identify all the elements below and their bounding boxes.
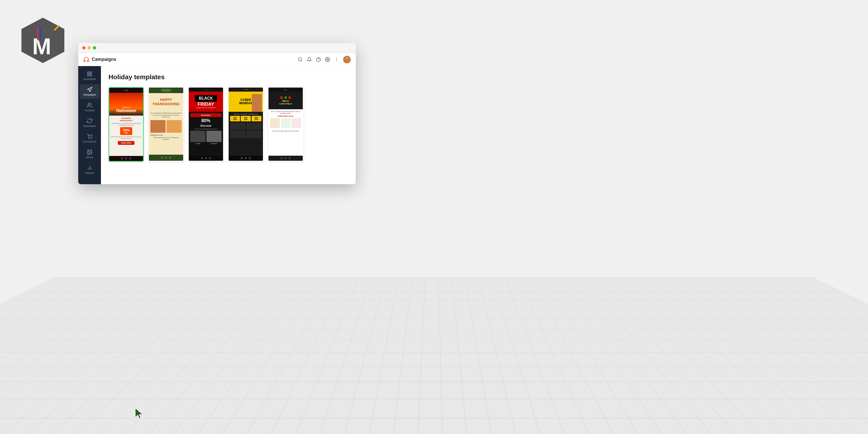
sidebar-item-library[interactable]: Library bbox=[80, 147, 100, 161]
svg-point-4 bbox=[28, 37, 30, 39]
help-icon[interactable] bbox=[316, 57, 321, 62]
browser-chrome bbox=[78, 43, 356, 53]
more-icon[interactable] bbox=[334, 57, 339, 62]
browser-window: Campaigns bbox=[78, 43, 356, 184]
browser-close-dot[interactable] bbox=[82, 46, 86, 50]
svg-rect-21 bbox=[88, 72, 89, 73]
svg-point-16 bbox=[336, 58, 337, 58]
floor-grid bbox=[0, 278, 868, 434]
page-area: Holiday templates Logo Happy Halloween bbox=[101, 66, 356, 184]
svg-rect-24 bbox=[90, 74, 92, 76]
section-title: Holiday templates bbox=[108, 73, 348, 81]
bell-icon[interactable] bbox=[307, 57, 312, 62]
template-blackfriday-preview: on media BLACK FRIDAY BIGGEST SALE OF TH… bbox=[189, 88, 223, 161]
settings-icon[interactable] bbox=[325, 57, 330, 62]
top-bar-right bbox=[298, 56, 351, 63]
sidebar-item-dashboard[interactable]: Dashboard bbox=[80, 69, 100, 83]
main-content: Dashboard Campaigns Contacts bbox=[78, 66, 356, 184]
sidebar-item-automation[interactable]: Automation bbox=[80, 116, 100, 130]
sidebar-library-label: Library bbox=[86, 156, 94, 159]
sidebar-item-ecommerce[interactable]: Ecommerce bbox=[80, 131, 100, 146]
browser-maximize-dot[interactable] bbox=[93, 46, 96, 50]
templates-row: Logo Happy Halloween Devilishlydaring de… bbox=[108, 87, 348, 162]
top-bar-left: Campaigns bbox=[83, 57, 116, 63]
svg-point-11 bbox=[299, 58, 302, 61]
svg-point-15 bbox=[327, 59, 328, 60]
sidebar-ecommerce-label: Ecommerce bbox=[83, 140, 96, 143]
sidebar: Dashboard Campaigns Contacts bbox=[78, 66, 101, 184]
template-card-blackfriday[interactable]: on media BLACK FRIDAY BIGGEST SALE OF TH… bbox=[188, 87, 223, 161]
chart-icon bbox=[87, 165, 92, 170]
browser-minimize-dot[interactable] bbox=[88, 46, 91, 50]
template-cybermonday-preview: LOGO CYBERMONDAY Electronics and apparel… bbox=[228, 88, 263, 161]
svg-point-26 bbox=[89, 138, 89, 139]
sidebar-campaigns-label: Campaigns bbox=[83, 93, 96, 96]
template-thanksgiving-preview: HAPPYTHANKSGIVING We're sending all our … bbox=[149, 88, 183, 161]
svg-point-17 bbox=[336, 59, 337, 60]
sidebar-dashboard-label: Dashboard bbox=[84, 78, 96, 81]
svg-line-12 bbox=[301, 60, 302, 61]
sidebar-item-reports[interactable]: Reports bbox=[80, 162, 100, 177]
app-logo: M bbox=[15, 15, 71, 71]
grid-icon bbox=[87, 71, 92, 77]
template-card-thanksgiving[interactable]: HAPPYTHANKSGIVING We're sending all our … bbox=[148, 87, 184, 161]
template-card-halloween[interactable]: Logo Happy Halloween Devilishlydaring de… bbox=[108, 87, 144, 162]
sidebar-automation-label: Automation bbox=[83, 125, 96, 128]
cart-icon bbox=[87, 134, 92, 139]
svg-point-1 bbox=[28, 33, 30, 35]
sidebar-contacts-label: Contacts bbox=[85, 109, 94, 112]
svg-point-29 bbox=[88, 151, 89, 152]
users-icon bbox=[87, 102, 92, 108]
svg-rect-22 bbox=[90, 72, 92, 73]
svg-rect-23 bbox=[88, 74, 89, 76]
svg-point-25 bbox=[88, 103, 90, 105]
template-christmas-preview: logo Merry Christmas bbox=[269, 88, 303, 161]
sidebar-item-contacts[interactable]: Contacts bbox=[80, 100, 100, 115]
svg-text:M: M bbox=[32, 34, 51, 59]
svg-point-6 bbox=[28, 41, 30, 43]
svg-point-27 bbox=[91, 138, 92, 139]
template-card-christmas[interactable]: logo Merry Christmas bbox=[268, 87, 303, 161]
search-icon[interactable] bbox=[298, 57, 303, 62]
megaphone-icon bbox=[87, 87, 92, 92]
sidebar-item-campaigns[interactable]: Campaigns bbox=[80, 84, 100, 99]
image-icon bbox=[87, 149, 92, 155]
automation-icon bbox=[87, 118, 92, 124]
svg-marker-33 bbox=[135, 408, 143, 418]
page-title: Campaigns bbox=[92, 57, 116, 62]
avatar[interactable] bbox=[343, 56, 351, 63]
svg-point-20 bbox=[344, 60, 350, 63]
svg-point-18 bbox=[336, 61, 337, 61]
sidebar-reports-label: Reports bbox=[85, 172, 94, 175]
svg-point-19 bbox=[345, 57, 348, 60]
top-bar: Campaigns bbox=[78, 53, 356, 66]
template-halloween-preview: Logo Happy Halloween Devilishlydaring de… bbox=[109, 88, 143, 161]
campaigns-icon bbox=[83, 57, 89, 63]
template-card-cybermonday[interactable]: LOGO CYBERMONDAY Electronics and apparel… bbox=[228, 87, 264, 161]
mouse-cursor bbox=[134, 407, 144, 420]
